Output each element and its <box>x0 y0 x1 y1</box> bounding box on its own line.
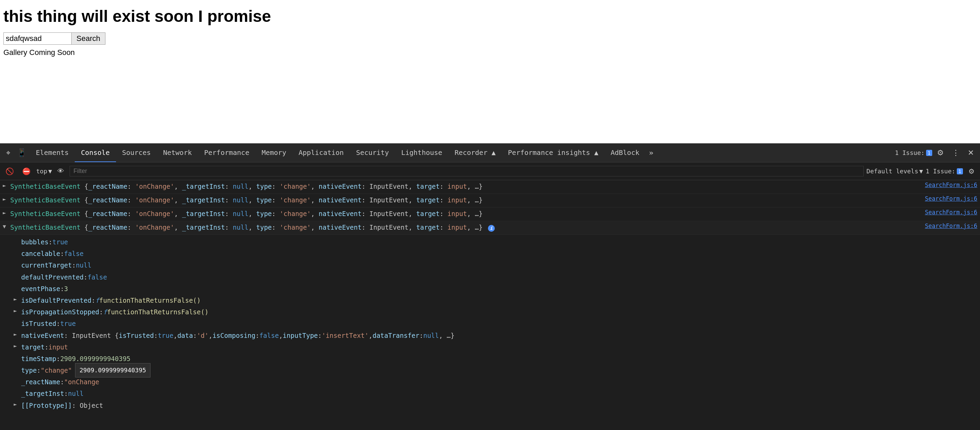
console-clear-icon[interactable]: 🚫 <box>3 166 17 177</box>
expand-toggle[interactable]: ▼ <box>3 223 8 230</box>
expand-toggle[interactable]: ► <box>3 209 8 216</box>
devtools-tabs: Elements Console Sources Network Perform… <box>30 143 895 162</box>
row-content: SyntheticBaseEvent {_reactName: 'onChang… <box>10 182 921 191</box>
page-title: this thing will exist soon I promise <box>3 7 977 25</box>
context-dropdown-icon: ▼ <box>48 167 52 175</box>
row-source[interactable]: SearchForm.js:6 <box>925 209 977 216</box>
tab-security[interactable]: Security <box>350 143 395 162</box>
default-levels-selector[interactable]: Default levels ▼ <box>866 167 923 175</box>
class-name: SyntheticBaseEvent <box>10 210 81 217</box>
tab-network[interactable]: Network <box>157 143 198 162</box>
tab-adblock[interactable]: AdBlock <box>604 143 645 162</box>
row-source[interactable]: SearchForm.js:6 <box>925 195 977 202</box>
row-content: SyntheticBaseEvent {_reactName: 'onChang… <box>10 223 921 233</box>
tab-overflow-icon[interactable]: » <box>646 148 657 157</box>
prop-isPropagationStopped: ► isPropagationStopped: f functionThatRe… <box>14 306 977 318</box>
row-source[interactable]: SearchForm.js:6 <box>925 223 977 229</box>
tab-console[interactable]: Console <box>75 143 116 162</box>
default-levels-dropdown-icon: ▼ <box>919 167 923 175</box>
tab-memory[interactable]: Memory <box>256 143 293 162</box>
timestamp-tooltip: 2909.0999999940395 <box>75 363 151 377</box>
issue-count: 1 Issue: 1 <box>895 149 932 156</box>
prop-toggle[interactable]: ► <box>14 295 19 304</box>
table-row: ► SyntheticBaseEvent {_reactName: 'onCha… <box>0 194 980 207</box>
toolbar-right: 1 Issue: 1 ⚙ ⋮ ✕ <box>895 147 977 159</box>
tab-application[interactable]: Application <box>293 143 350 162</box>
settings-icon[interactable]: ⚙ <box>934 147 947 159</box>
prop-toggle[interactable]: ► <box>14 341 19 351</box>
search-input[interactable] <box>3 32 72 45</box>
prop-defaultPrevented: ► defaultPrevented: false <box>14 271 977 283</box>
prop-targetInst: ► _targetInst: null <box>14 388 977 399</box>
console-issue-badge: 1 <box>957 168 963 174</box>
more-options-icon[interactable]: ⋮ <box>948 147 963 159</box>
expand-toggle[interactable]: ► <box>3 195 8 202</box>
prop-cancelable: ► cancelable: false <box>14 248 977 260</box>
row-content: SyntheticBaseEvent {_reactName: 'onChang… <box>10 209 921 219</box>
tab-elements[interactable]: Elements <box>30 143 75 162</box>
class-name: SyntheticBaseEvent <box>10 183 81 190</box>
inspect-element-icon[interactable]: ⌖ <box>3 147 14 159</box>
console-output: ► SyntheticBaseEvent {_reactName: 'onCha… <box>0 180 980 430</box>
expanded-object: ► bubbles: true ► cancelable: false ► cu… <box>0 235 980 412</box>
tab-sources[interactable]: Sources <box>116 143 157 162</box>
prop-toggle[interactable]: ► <box>14 330 19 339</box>
page-content: this thing will exist soon I promise Sea… <box>0 0 980 143</box>
device-toggle-icon[interactable]: 📱 <box>14 147 30 159</box>
prop-nativeEvent: ► nativeEvent: InputEvent {isTrusted: tr… <box>14 330 977 341</box>
prop-toggle[interactable]: ► <box>14 306 19 316</box>
prop-bubbles: ► bubbles: true <box>14 236 977 248</box>
default-levels-label: Default levels <box>866 167 918 175</box>
issue-label: 1 Issue: <box>895 149 925 156</box>
issue-badge: 1 <box>926 150 932 156</box>
console-issue-label: 1 Issue: <box>926 167 955 175</box>
table-row: ▼ SyntheticBaseEvent {_reactName: 'onCha… <box>0 221 980 235</box>
table-row: ► SyntheticBaseEvent {_reactName: 'onCha… <box>0 207 980 221</box>
class-name: SyntheticBaseEvent <box>10 196 81 204</box>
prop-toggle[interactable]: ► <box>14 400 19 409</box>
context-selector[interactable]: top ▼ <box>36 167 52 175</box>
console-settings-icon[interactable]: ⚙ <box>966 166 977 177</box>
prop-reactName: ► _reactName: "onChange <box>14 376 977 388</box>
row-source[interactable]: SearchForm.js:6 <box>925 182 977 188</box>
tab-performance[interactable]: Performance <box>198 143 255 162</box>
table-row: ► SyntheticBaseEvent {_reactName: 'onCha… <box>0 180 980 194</box>
console-issue-count: 1 Issue: 1 <box>926 167 963 175</box>
search-button[interactable]: Search <box>72 32 105 45</box>
prop-target: ► target: input <box>14 341 977 353</box>
close-devtools-icon[interactable]: ✕ <box>964 147 977 159</box>
tab-lighthouse[interactable]: Lighthouse <box>395 143 449 162</box>
prop-type: ► type: "change" <box>14 365 977 376</box>
prop-eventPhase: ► eventPhase: 3 <box>14 283 977 295</box>
prop-currentTarget: ► currentTarget: null <box>14 260 977 271</box>
eye-icon[interactable]: 👁 <box>55 166 67 177</box>
class-name: SyntheticBaseEvent <box>10 223 81 231</box>
tab-performance-insights[interactable]: Performance insights ▲ <box>502 143 605 162</box>
tab-recorder[interactable]: Recorder ▲ <box>449 143 501 162</box>
prop-isTrusted: ► isTrusted: true <box>14 318 977 329</box>
gallery-text: Gallery Coming Soon <box>3 48 977 57</box>
console-toolbar: 🚫 ⛔ top ▼ 👁 Default levels ▼ 1 Issue: 1 … <box>0 162 980 180</box>
context-label: top <box>36 167 48 175</box>
prop-timeStamp: ► timeStamp: 2909.0999999940395 2909.099… <box>14 353 977 365</box>
devtools-toolbar: ⌖ 📱 Elements Console Sources Network Per… <box>0 143 980 162</box>
info-icon[interactable]: i <box>488 225 495 232</box>
search-form: Search <box>3 32 977 45</box>
row-content: SyntheticBaseEvent {_reactName: 'onChang… <box>10 195 921 205</box>
filter-input[interactable] <box>70 166 864 177</box>
prop-prototype: ► [[Prototype]]: Object <box>14 400 977 411</box>
prop-isDefaultPrevented: ► isDefaultPrevented: f functionThatRetu… <box>14 295 977 306</box>
expand-toggle[interactable]: ► <box>3 182 8 189</box>
console-block-icon[interactable]: ⛔ <box>19 166 33 177</box>
devtools-panel: ⌖ 📱 Elements Console Sources Network Per… <box>0 143 980 430</box>
